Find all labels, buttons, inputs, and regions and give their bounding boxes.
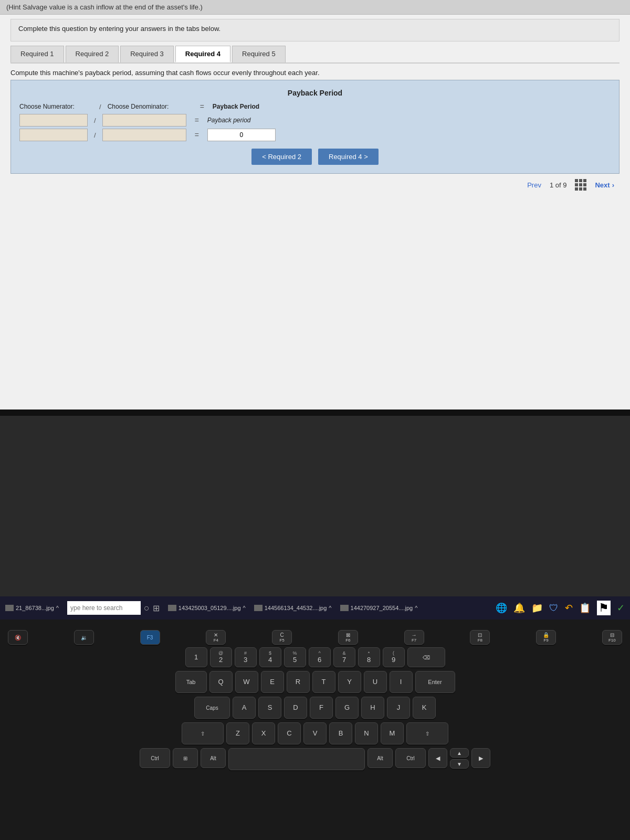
- key-9[interactable]: ( 9: [383, 647, 405, 667]
- key-n[interactable]: N: [355, 722, 378, 744]
- key-ctrl-left[interactable]: Ctrl: [140, 748, 170, 768]
- key-h[interactable]: H: [361, 697, 384, 719]
- numerator-input-1[interactable]: [19, 114, 88, 127]
- key-arrow-down[interactable]: ▼: [450, 759, 469, 769]
- key-d[interactable]: D: [284, 697, 307, 719]
- key-2[interactable]: @ 2: [210, 647, 232, 667]
- tab-required4[interactable]: Required 4: [175, 46, 230, 62]
- key-r[interactable]: R: [287, 671, 310, 693]
- keyboard: 🔇 🔉 F3 ✕ F4 C F5 ⊠ F6 → F7 ⊡ F8 🔒: [0, 620, 630, 840]
- flag-icon[interactable]: ⚑: [597, 601, 611, 615]
- tab-required3[interactable]: Required 3: [120, 46, 174, 62]
- key-tab[interactable]: Tab: [175, 671, 207, 693]
- clipboard-icon[interactable]: 📋: [579, 602, 591, 614]
- denominator-input-1[interactable]: [102, 114, 186, 127]
- key-win[interactable]: ⊞: [173, 748, 198, 768]
- key-4[interactable]: $ 4: [259, 647, 281, 667]
- result-value-1: Payback period: [207, 117, 251, 124]
- key-3[interactable]: # 3: [235, 647, 257, 667]
- check-icon[interactable]: ✓: [617, 602, 625, 614]
- taskbar-search-area: ○ ⊞: [67, 601, 160, 615]
- key-f8[interactable]: ⊡ F8: [470, 630, 490, 645]
- key-alt-left[interactable]: Alt: [201, 748, 226, 768]
- compute-instruction: Compute this machine's payback period, a…: [10, 69, 620, 77]
- key-f9[interactable]: 🔒 F9: [536, 630, 556, 645]
- key-f5[interactable]: C F5: [272, 630, 292, 645]
- key-arrow-up[interactable]: ▲: [450, 748, 469, 758]
- key-f[interactable]: F: [310, 697, 333, 719]
- key-5-label: 5: [293, 656, 297, 664]
- key-i[interactable]: I: [390, 671, 413, 693]
- result-input-2[interactable]: [207, 129, 276, 141]
- next-required4-button[interactable]: Required 4 >: [318, 149, 379, 165]
- tab-label: Tab: [186, 679, 196, 685]
- key-t[interactable]: T: [312, 671, 335, 693]
- key-arrow-right[interactable]: ▶: [471, 748, 490, 768]
- taskbar-file-2[interactable]: 143425003_05129....jpg ^: [168, 605, 246, 611]
- denominator-input-2[interactable]: [102, 129, 186, 141]
- shield-icon[interactable]: 🛡: [549, 603, 559, 614]
- notification-icon[interactable]: 🔔: [513, 602, 525, 614]
- denominator-label: Choose Denominator:: [108, 103, 192, 110]
- key-j[interactable]: J: [387, 697, 410, 719]
- key-u[interactable]: U: [364, 671, 387, 693]
- key-f3-label: F3: [147, 635, 153, 640]
- edge-browser-icon[interactable]: 🌐: [496, 602, 507, 614]
- key-f7[interactable]: → F7: [404, 630, 424, 645]
- numerator-label: Choose Numerator:: [19, 103, 93, 110]
- taskbar-file-3[interactable]: 144566134_44532....jpg ^: [254, 605, 332, 611]
- key-1[interactable]: 1: [185, 647, 207, 667]
- taskbar-file-4[interactable]: 144270927_20554....jpg ^: [340, 605, 418, 611]
- key-volume-down[interactable]: 🔉: [74, 630, 94, 645]
- key-b[interactable]: B: [329, 722, 352, 744]
- key-c[interactable]: C: [278, 722, 301, 744]
- tabs-row: Required 1 Required 2 Required 3 Require…: [10, 46, 620, 64]
- tab-required1[interactable]: Required 1: [10, 46, 64, 62]
- key-mute[interactable]: 🔇: [8, 630, 28, 645]
- key-f4[interactable]: ✕ F4: [206, 630, 226, 645]
- key-caps-lock[interactable]: Caps: [194, 697, 230, 719]
- key-6[interactable]: ^ 6: [309, 647, 331, 667]
- key-ctrl-right[interactable]: Ctrl: [395, 748, 426, 768]
- next-link[interactable]: Next ›: [595, 181, 614, 189]
- tab-required5[interactable]: Required 5: [232, 46, 286, 62]
- key-alt-right[interactable]: Alt: [368, 748, 393, 768]
- key-g[interactable]: G: [335, 697, 359, 719]
- key-5[interactable]: % 5: [284, 647, 306, 667]
- key-3-top: #: [244, 651, 247, 656]
- key-right-shift[interactable]: ⇧: [406, 722, 448, 744]
- key-f6[interactable]: ⊠ F6: [338, 630, 358, 645]
- prev-required2-button[interactable]: < Required 2: [251, 149, 312, 165]
- key-left-shift[interactable]: ⇧: [182, 722, 224, 744]
- bottom-row: Ctrl ⊞ Alt Alt Ctrl ◀ ▲ ▼ ▶: [5, 748, 625, 770]
- key-a[interactable]: A: [233, 697, 256, 719]
- key-v[interactable]: V: [303, 722, 327, 744]
- key-8[interactable]: * 8: [358, 647, 380, 667]
- key-f9-label: 🔒: [543, 632, 549, 638]
- key-space[interactable]: [228, 748, 365, 770]
- key-s[interactable]: S: [258, 697, 281, 719]
- key-z[interactable]: Z: [226, 722, 249, 744]
- key-enter[interactable]: Enter: [415, 671, 455, 693]
- key-arrow-left[interactable]: ◀: [428, 748, 447, 768]
- undo-icon[interactable]: ↶: [565, 602, 573, 614]
- key-w[interactable]: W: [235, 671, 258, 693]
- grid-view-icon[interactable]: [575, 179, 586, 191]
- tab-required2[interactable]: Required 2: [66, 46, 119, 62]
- key-k[interactable]: K: [413, 697, 436, 719]
- key-x[interactable]: X: [252, 722, 275, 744]
- key-e[interactable]: E: [261, 671, 284, 693]
- numerator-input-2[interactable]: [19, 129, 88, 141]
- key-m[interactable]: M: [381, 722, 404, 744]
- folder-icon[interactable]: 📁: [531, 602, 543, 614]
- key-9-top: (: [393, 651, 394, 656]
- key-f3[interactable]: F3: [140, 630, 160, 645]
- key-y[interactable]: Y: [338, 671, 361, 693]
- key-f10[interactable]: ⊟ F10: [602, 630, 622, 645]
- key-q[interactable]: Q: [209, 671, 233, 693]
- key-backspace[interactable]: ⌫: [407, 647, 445, 667]
- key-7[interactable]: & 7: [333, 647, 355, 667]
- taskbar-file-1[interactable]: 21_86738...jpg ^: [5, 605, 59, 611]
- prev-link[interactable]: Prev: [527, 181, 541, 189]
- taskbar-search-input[interactable]: [67, 601, 141, 615]
